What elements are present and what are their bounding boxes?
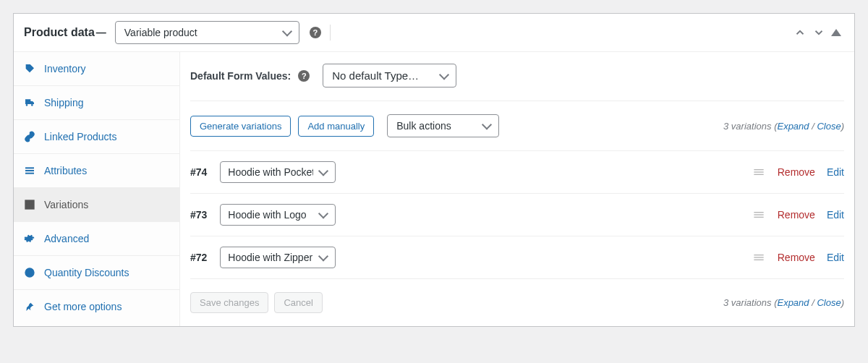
variations-count: 3 variations: [723, 121, 771, 132]
truck-icon: [24, 97, 35, 108]
tab-discounts[interactable]: Quantity Discounts: [14, 256, 179, 290]
tab-linked[interactable]: Linked Products: [14, 120, 179, 154]
add-manually-button[interactable]: Add manually: [298, 116, 374, 137]
default-form-select-wrap: No default Type…: [323, 64, 456, 87]
help-icon[interactable]: ?: [298, 70, 310, 82]
collapse-up-button[interactable]: [791, 23, 809, 42]
link-icon: [24, 131, 35, 142]
bulk-actions-wrap: Bulk actions: [387, 114, 499, 137]
drag-handle-icon[interactable]: [753, 253, 765, 262]
list-icon: [24, 165, 35, 176]
collapse-down-button[interactable]: [809, 23, 828, 42]
tab-label: Linked Products: [44, 131, 116, 142]
svg-rect-2: [25, 173, 34, 174]
tab-label: Shipping: [44, 97, 84, 108]
variation-id: #73: [190, 209, 207, 221]
remove-link[interactable]: Remove: [778, 252, 815, 263]
close-link[interactable]: Close: [817, 121, 841, 132]
variation-row[interactable]: #72Hoodie with ZipperRemoveEdit: [190, 236, 844, 278]
cancel-button[interactable]: Cancel: [274, 292, 322, 313]
tab-label: Inventory: [44, 63, 86, 74]
expand-link[interactable]: Expand: [777, 297, 809, 308]
variation-type-select[interactable]: Hoodie with Pocket: [220, 161, 336, 183]
tabs-sidebar: InventoryShippingLinked ProductsAttribut…: [14, 52, 180, 326]
variations-footer: Save changes Cancel 3 variations (Expand…: [190, 278, 844, 313]
tab-label: Variations: [44, 199, 88, 210]
edit-link[interactable]: Edit: [827, 166, 844, 178]
variation-id: #72: [190, 252, 207, 263]
grid-icon: [24, 199, 35, 210]
tab-label: Quantity Discounts: [44, 267, 129, 278]
product-type-select-wrap: Variable product: [115, 21, 299, 44]
edit-link[interactable]: Edit: [827, 252, 844, 263]
expand-link[interactable]: Expand: [777, 121, 809, 132]
panel-toggle-button[interactable]: [828, 26, 844, 39]
tab-label: Advanced: [44, 233, 89, 244]
pin-icon: [24, 301, 35, 312]
remove-link[interactable]: Remove: [778, 209, 815, 221]
variations-content: Default Form Values: ? No default Type… …: [180, 52, 854, 326]
svg-rect-1: [25, 170, 34, 171]
default-form-select[interactable]: No default Type…: [323, 64, 456, 87]
tab-shipping[interactable]: Shipping: [14, 86, 179, 120]
generate-variations-button[interactable]: Generate variations: [190, 116, 291, 137]
tab-label: Get more options: [44, 301, 122, 312]
title-dash: —: [96, 27, 106, 38]
variation-type-select[interactable]: Hoodie with Zipper: [220, 247, 336, 268]
product-type-select[interactable]: Variable product: [115, 21, 299, 44]
product-data-panel: Product data — Variable product ? Invent…: [13, 13, 855, 327]
help-icon[interactable]: ?: [310, 27, 321, 38]
drag-handle-icon[interactable]: [753, 210, 765, 219]
panel-header: Product data — Variable product ?: [14, 14, 854, 52]
panel-title: Product data: [24, 26, 95, 39]
tab-attributes[interactable]: Attributes: [14, 154, 179, 188]
variations-toolbar: Generate variations Add manually Bulk ac…: [190, 101, 844, 137]
tab-inventory[interactable]: Inventory: [14, 52, 179, 86]
tag-icon: [24, 63, 35, 74]
variation-type-select[interactable]: Hoodie with Logo: [220, 204, 336, 226]
default-form-label: Default Form Values:: [190, 70, 291, 82]
edit-link[interactable]: Edit: [827, 209, 844, 221]
svg-rect-0: [25, 167, 34, 168]
dollar-icon: [24, 267, 35, 278]
close-link[interactable]: Close: [817, 297, 841, 308]
variations-count: 3 variations: [723, 297, 771, 308]
variation-type-wrap: Hoodie with Logo: [220, 204, 336, 226]
tab-label: Attributes: [44, 165, 87, 176]
save-changes-button[interactable]: Save changes: [190, 292, 268, 313]
header-separator: [330, 25, 331, 40]
drag-handle-icon[interactable]: [753, 168, 765, 176]
bulk-actions-select[interactable]: Bulk actions: [387, 114, 499, 137]
variations-meta-footer: 3 variations (Expand / Close): [723, 297, 844, 308]
variation-type-wrap: Hoodie with Zipper: [220, 247, 336, 268]
variation-row[interactable]: #74Hoodie with PocketRemoveEdit: [190, 150, 844, 193]
tab-more[interactable]: Get more options: [14, 290, 179, 323]
variation-type-wrap: Hoodie with Pocket: [220, 161, 336, 183]
tab-variations[interactable]: Variations: [14, 188, 179, 222]
variations-meta: 3 variations (Expand / Close): [723, 121, 844, 132]
tab-advanced[interactable]: Advanced: [14, 222, 179, 256]
remove-link[interactable]: Remove: [778, 166, 815, 178]
variations-list: #74Hoodie with PocketRemoveEdit#73Hoodie…: [190, 150, 844, 278]
gear-icon: [24, 233, 35, 244]
variation-id: #74: [190, 166, 207, 178]
default-form-row: Default Form Values: ? No default Type…: [190, 64, 844, 87]
variation-row[interactable]: #73Hoodie with LogoRemoveEdit: [190, 193, 844, 236]
